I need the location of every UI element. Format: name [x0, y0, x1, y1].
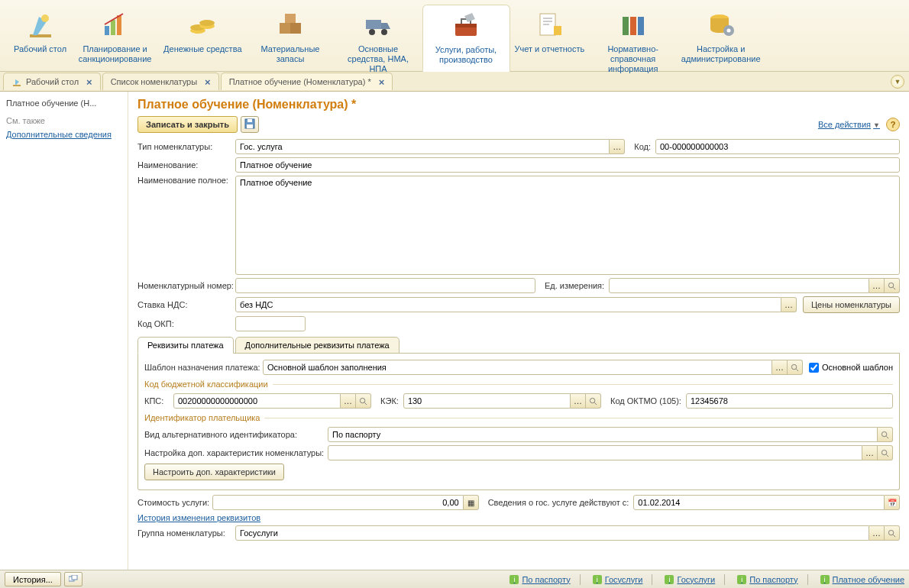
search-button[interactable]	[885, 525, 900, 541]
okp-input[interactable]	[235, 316, 306, 331]
label-fullname: Наименование полное:	[137, 176, 235, 185]
truck-icon	[360, 6, 396, 43]
picker-button[interactable]: …	[862, 445, 878, 460]
toolbar-desktop[interactable]: Рабочий стол	[9, 5, 71, 56]
save-close-button[interactable]: Записать и закрыть	[137, 116, 238, 133]
tab-payment-extra[interactable]: Дополнительные реквизиты платежа	[235, 337, 400, 354]
toolbar-materials[interactable]: Материальные запасы	[247, 5, 335, 66]
picker-button[interactable]: …	[869, 278, 885, 293]
info-icon: i	[593, 575, 602, 584]
status-item[interactable]: iПо паспорту	[509, 575, 570, 584]
group-kbk: Код бюджетной классификации	[144, 380, 893, 389]
altid-input[interactable]	[328, 427, 878, 442]
close-icon[interactable]: ×	[86, 76, 92, 88]
info-icon: i	[820, 575, 830, 584]
history-button[interactable]: История...	[5, 572, 61, 586]
code-input[interactable]	[655, 139, 900, 154]
search-button[interactable]	[586, 393, 601, 409]
svg-rect-20	[638, 17, 644, 35]
label-nomgroup: Группа номенклатуры:	[137, 528, 235, 538]
template-input[interactable]	[263, 360, 772, 375]
chevron-down-icon: ▼	[894, 78, 901, 86]
search-button[interactable]	[878, 445, 893, 460]
tab-payment[interactable]: Реквизиты платежа	[137, 337, 234, 354]
toolbar-services[interactable]: Услуги, работы, производство	[422, 5, 510, 72]
tab-list[interactable]: Список номенклатуры ×	[102, 73, 219, 90]
desk-lamp-icon	[22, 6, 59, 43]
fullname-input[interactable]: Платное обучение	[235, 176, 900, 275]
svg-point-40	[888, 530, 893, 535]
oktmo-input[interactable]	[686, 393, 893, 409]
help-icon[interactable]: ?	[886, 118, 900, 131]
search-icon	[881, 449, 889, 457]
tab-current[interactable]: Платное обучение (Номенклатура) * ×	[221, 73, 393, 90]
sidebar-link-additional[interactable]: Дополнительные сведения	[6, 128, 121, 141]
boxes-icon	[272, 6, 309, 43]
all-actions-link[interactable]: Все действия▼	[818, 120, 880, 129]
search-button[interactable]	[356, 393, 371, 409]
close-icon[interactable]: ×	[205, 76, 211, 88]
status-item[interactable]: iГосуслуги	[665, 575, 715, 584]
picker-button[interactable]: …	[772, 360, 788, 375]
windows-button[interactable]	[64, 572, 82, 586]
search-button[interactable]	[788, 360, 803, 375]
svg-rect-27	[247, 124, 253, 128]
toolbar-planning[interactable]: Планирование и санкционирование	[71, 5, 159, 66]
toolbar-accounting[interactable]: Учет и отчетность	[510, 5, 590, 56]
kps-input[interactable]	[173, 393, 341, 409]
svg-point-28	[888, 283, 893, 287]
svg-line-39	[886, 454, 888, 457]
picker-button[interactable]: …	[781, 297, 797, 312]
svg-line-33	[364, 402, 367, 405]
kek-input[interactable]	[403, 393, 571, 409]
effectfrom-input[interactable]	[633, 495, 885, 510]
calendar-button[interactable]: 📅	[885, 495, 900, 510]
charsetup-input[interactable]	[328, 445, 862, 460]
toolbar-money[interactable]: Денежные средства	[159, 5, 246, 56]
chart-icon	[97, 6, 134, 43]
nomgroup-input[interactable]	[235, 525, 869, 541]
status-item[interactable]: iГосуслуги	[593, 575, 643, 584]
svg-line-31	[796, 369, 798, 371]
toolbar-assets[interactable]: Основные средства, НМА, НПА	[335, 5, 422, 76]
type-input[interactable]	[235, 139, 610, 154]
status-item[interactable]: iПо паспорту	[737, 575, 797, 584]
search-button[interactable]	[885, 278, 900, 293]
nomnumber-input[interactable]	[235, 278, 535, 293]
svg-point-0	[41, 15, 49, 22]
label-kek: КЭК:	[380, 396, 399, 405]
label-cost: Стоимость услуги:	[137, 498, 212, 507]
info-icon: i	[509, 575, 519, 584]
name-input[interactable]	[235, 157, 900, 173]
picker-button[interactable]: …	[341, 393, 356, 409]
svg-point-30	[791, 364, 796, 369]
search-icon	[888, 282, 896, 290]
page-title: Платное обучение (Номенклатура) *	[137, 98, 900, 111]
label-unit: Ед. измерения:	[545, 281, 604, 290]
search-icon	[589, 397, 597, 405]
status-item[interactable]: iПлатное обучение	[820, 575, 904, 584]
label-code: Код:	[634, 142, 651, 151]
picker-button[interactable]: …	[869, 525, 885, 541]
svg-rect-24	[13, 85, 21, 86]
save-button[interactable]	[241, 116, 259, 133]
tab-menu-button[interactable]: ▼	[891, 75, 904, 89]
tab-desktop[interactable]: Рабочий стол ×	[3, 73, 101, 90]
prices-button[interactable]: Цены номенклатуры	[803, 296, 900, 313]
inner-tabs: Реквизиты платежа Дополнительные реквизи…	[137, 336, 900, 354]
configure-characteristics-button[interactable]: Настроить доп. характеристики	[144, 464, 284, 480]
unit-input[interactable]	[609, 278, 869, 293]
vat-input[interactable]	[235, 297, 781, 312]
close-icon[interactable]: ×	[379, 76, 385, 88]
toolbar-reference[interactable]: Нормативно-справочная информация	[589, 5, 677, 76]
picker-button[interactable]: …	[610, 139, 625, 154]
cost-input[interactable]	[212, 495, 464, 510]
history-link[interactable]: История изменения реквизитов	[137, 513, 260, 522]
toolbox-icon	[448, 7, 484, 44]
search-button[interactable]	[878, 427, 893, 442]
picker-button[interactable]: …	[571, 393, 586, 409]
toolbar-admin[interactable]: Настройка и администрирование	[677, 5, 765, 66]
calculator-button[interactable]: ▦	[464, 495, 479, 510]
label-effectfrom: Сведения о гос. услуге действуют с:	[488, 498, 629, 507]
main-template-checkbox[interactable]: Основной шаблон	[809, 363, 893, 373]
